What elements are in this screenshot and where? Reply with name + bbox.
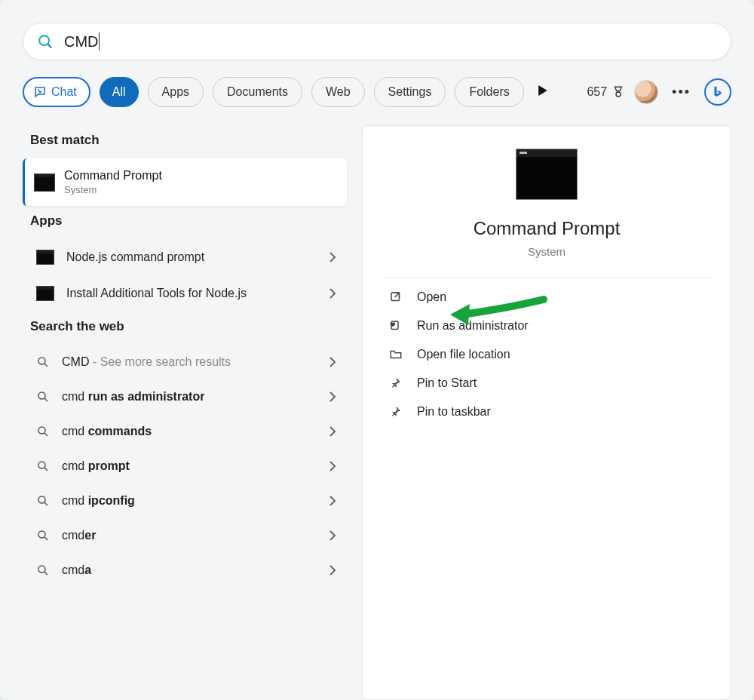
best-match-result[interactable]: Command Prompt System xyxy=(23,158,347,206)
svg-point-10 xyxy=(38,462,45,468)
filter-all[interactable]: All xyxy=(100,77,139,107)
action-open[interactable]: Open xyxy=(382,283,711,312)
svg-line-15 xyxy=(44,537,48,540)
more-menu-icon[interactable]: ••• xyxy=(667,81,695,103)
svg-line-13 xyxy=(44,502,48,505)
cmd-icon xyxy=(36,286,54,301)
chevron-right-icon xyxy=(329,530,336,541)
chevron-right-icon xyxy=(329,565,336,576)
preview-pane: Command Prompt System Open Run a xyxy=(362,125,731,700)
overflow-next-icon[interactable] xyxy=(533,85,553,99)
web-result[interactable]: CMD - See more search results xyxy=(23,345,347,379)
filter-label: Documents xyxy=(227,85,288,99)
results-column: Best match Command Prompt System Apps No… xyxy=(23,125,347,700)
svg-line-5 xyxy=(44,364,48,367)
action-pin-start[interactable]: Pin to Start xyxy=(382,369,711,398)
filter-web[interactable]: Web xyxy=(311,77,365,107)
app-result-label: Install Additional Tools for Node.js xyxy=(66,287,317,300)
svg-point-0 xyxy=(39,35,49,45)
folder-icon xyxy=(388,348,403,361)
action-label: Open file location xyxy=(417,348,510,361)
svg-marker-2 xyxy=(538,85,547,96)
web-result[interactable]: cmder xyxy=(23,518,347,553)
web-result-label: cmd commands xyxy=(62,425,317,438)
web-result[interactable]: cmd commands xyxy=(23,414,347,449)
svg-line-11 xyxy=(44,468,48,471)
action-label: Pin to taskbar xyxy=(417,405,491,419)
chat-pill[interactable]: Chat xyxy=(23,77,90,107)
svg-point-14 xyxy=(38,531,45,538)
web-result[interactable]: cmda xyxy=(23,553,347,588)
svg-line-17 xyxy=(44,572,48,575)
search-icon xyxy=(36,390,50,404)
search-icon xyxy=(36,494,50,508)
chevron-right-icon xyxy=(329,426,336,437)
avatar[interactable] xyxy=(634,80,658,104)
search-icon xyxy=(36,529,50,542)
preview-subtitle: System xyxy=(382,245,711,258)
filter-label: Apps xyxy=(162,85,189,99)
filter-folders[interactable]: Folders xyxy=(455,77,523,107)
pin-icon xyxy=(388,405,403,419)
search-icon xyxy=(36,459,50,473)
filter-documents[interactable]: Documents xyxy=(213,77,302,107)
filter-label: Settings xyxy=(388,85,432,99)
filter-apps[interactable]: Apps xyxy=(148,77,204,107)
web-result-label: cmd prompt xyxy=(62,459,317,473)
app-result[interactable]: Install Additional Tools for Node.js xyxy=(23,275,347,312)
web-result-label: cmder xyxy=(62,529,317,542)
bing-chat-icon xyxy=(33,85,47,99)
web-result[interactable]: cmd ipconfig xyxy=(23,484,347,518)
app-result[interactable]: Node.js command prompt xyxy=(23,239,347,275)
svg-point-8 xyxy=(38,427,45,434)
bing-button[interactable] xyxy=(704,78,731,106)
svg-line-7 xyxy=(44,398,48,401)
filter-row: Chat All Apps Documents Web Settings Fol… xyxy=(23,77,731,107)
web-result[interactable]: cmd prompt xyxy=(23,449,347,484)
action-open-location[interactable]: Open file location xyxy=(382,340,711,369)
web-result-label: cmd ipconfig xyxy=(62,494,317,508)
search-input[interactable]: CMD xyxy=(64,33,99,51)
app-result-label: Node.js command prompt xyxy=(66,250,317,264)
svg-line-19 xyxy=(395,293,400,297)
search-web-heading: Search the web xyxy=(30,319,347,334)
svg-line-1 xyxy=(48,45,52,48)
web-result-label: CMD - See more search results xyxy=(62,355,317,369)
filter-all-label: All xyxy=(112,85,126,99)
best-match-heading: Best match xyxy=(30,133,347,148)
svg-point-12 xyxy=(38,496,45,503)
chevron-right-icon xyxy=(329,357,336,367)
search-icon xyxy=(36,355,50,369)
action-run-admin[interactable]: Run as administrator xyxy=(382,312,711,340)
web-result-label: cmd run as administrator xyxy=(62,390,317,404)
search-icon xyxy=(37,33,54,50)
rewards-points: 657 xyxy=(587,85,607,99)
filter-settings[interactable]: Settings xyxy=(374,77,446,107)
bing-icon xyxy=(711,85,725,99)
filter-label: Web xyxy=(326,85,351,99)
filter-label: Folders xyxy=(469,85,509,99)
search-icon xyxy=(36,563,50,577)
open-icon xyxy=(388,290,403,304)
rewards-counter[interactable]: 657 xyxy=(587,85,625,99)
text-caret xyxy=(99,32,100,51)
action-label: Run as administrator xyxy=(417,319,529,333)
chevron-right-icon xyxy=(329,496,336,506)
chat-pill-label: Chat xyxy=(51,85,77,99)
rewards-medal-icon xyxy=(611,85,625,99)
action-pin-taskbar[interactable]: Pin to taskbar xyxy=(382,398,711,426)
web-result-label: cmda xyxy=(62,563,317,577)
action-label: Pin to Start xyxy=(417,376,477,390)
svg-point-3 xyxy=(616,92,621,97)
chevron-right-icon xyxy=(329,288,336,299)
app-large-icon xyxy=(516,149,578,200)
pin-icon xyxy=(388,376,403,390)
search-bar[interactable]: CMD xyxy=(23,23,731,60)
svg-point-16 xyxy=(38,566,45,573)
svg-point-4 xyxy=(38,358,45,364)
web-result[interactable]: cmd run as administrator xyxy=(23,379,347,414)
chevron-right-icon xyxy=(329,391,336,402)
cmd-icon xyxy=(34,173,55,192)
chevron-right-icon xyxy=(329,461,336,471)
divider xyxy=(382,278,711,278)
